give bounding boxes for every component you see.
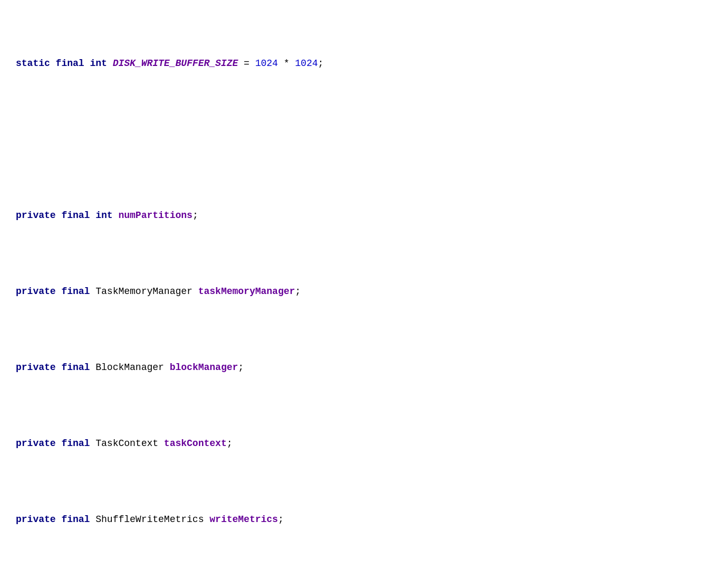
plain: =: [238, 58, 255, 69]
type-name: ShuffleWriteMetrics: [95, 514, 209, 525]
number: 1024: [295, 58, 318, 69]
keyword: private final: [16, 286, 95, 297]
field-name: taskContext: [164, 438, 227, 449]
code-line: private final BlockManager blockManager;: [16, 360, 712, 375]
field-name: DISK_WRITE_BUFFER_SIZE: [113, 58, 238, 69]
keyword: private final int: [16, 210, 118, 221]
code-line: private final int numPartitions;: [16, 208, 712, 223]
code-line: static final int DISK_WRITE_BUFFER_SIZE …: [16, 56, 712, 71]
plain: ;: [227, 438, 233, 449]
keyword: static final int: [16, 58, 113, 69]
type-name: TaskMemoryManager: [95, 286, 198, 297]
code-line: private final TaskContext taskContext;: [16, 436, 712, 451]
keyword: private final: [16, 362, 95, 373]
code-line: private final ShuffleWriteMetrics writeM…: [16, 512, 712, 527]
keyword: private final: [16, 514, 95, 525]
code-line: private final TaskMemoryManager taskMemo…: [16, 284, 712, 299]
number: 1024: [255, 58, 278, 69]
plain: ;: [238, 362, 244, 373]
plain: *: [278, 58, 295, 69]
plain: ;: [193, 210, 198, 221]
field-name: writeMetrics: [209, 514, 278, 525]
plain: ;: [295, 286, 301, 297]
field-name: numPartitions: [118, 210, 192, 221]
field-name: taskMemoryManager: [198, 286, 295, 297]
plain: ;: [278, 514, 284, 525]
keyword: private final: [16, 438, 95, 449]
plain: ;: [318, 58, 324, 69]
code-block: static final int DISK_WRITE_BUFFER_SIZE …: [16, 11, 712, 569]
blank-line: [16, 132, 712, 147]
type-name: BlockManager: [95, 362, 169, 373]
field-name: blockManager: [170, 362, 238, 373]
type-name: TaskContext: [95, 438, 164, 449]
